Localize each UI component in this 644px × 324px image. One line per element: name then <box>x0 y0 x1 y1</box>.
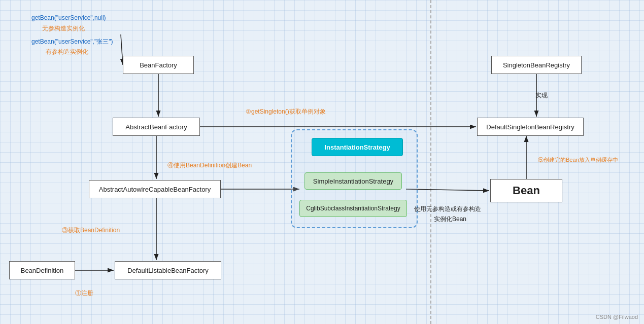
watermark: CSDN @Filwaod <box>596 314 638 320</box>
simple-instantiation-label: SimpleInstantiationStrategy <box>313 177 393 185</box>
bean-box: Bean <box>490 179 562 202</box>
step3-label: ③获取BeanDefinition <box>62 226 120 235</box>
step5-label: ⑤创建完的Bean放入单例缓存中 <box>538 156 618 164</box>
instantiation-strategy-label: InstantiationStrategy <box>324 143 390 151</box>
singleton-registry-label: SingletonBeanRegistry <box>503 61 570 69</box>
step2-label: ②getSingleton()获取单例对象 <box>246 107 326 116</box>
getbean2-line1: getBean("userService","张三") <box>31 38 113 46</box>
cglib-instantiation-box: CglibSubclassInstantiationStrategy <box>299 200 407 217</box>
svg-line-8 <box>406 189 489 191</box>
simple-instantiation-box: SimpleInstantiationStrategy <box>304 172 402 190</box>
cglib-instantiation-label: CglibSubclassInstantiationStrategy <box>306 205 400 212</box>
use-constructor-line1: 使用无参构造或有参构造 <box>414 205 481 213</box>
bean-definition-label: BeanDefinition <box>21 267 64 274</box>
abstract-bean-factory-box: AbstractBeanFactory <box>113 118 200 136</box>
bean-label: Bean <box>513 184 540 197</box>
step1-label: ①注册 <box>75 289 93 298</box>
getbean1-line2: 无参构造实例化 <box>42 24 85 33</box>
step4-label: ④使用BeanDefinition创建Bean <box>167 161 252 170</box>
getbean1-line1: getBean("userService",null) <box>31 14 106 21</box>
instantiation-strategy-box: InstantiationStrategy <box>312 138 403 156</box>
bean-factory-label: BeanFactory <box>140 61 177 69</box>
singleton-registry-box: SingletonBeanRegistry <box>491 56 582 74</box>
abstract-bean-factory-label: AbstractBeanFactory <box>125 123 187 131</box>
abstract-autowire-box: AbstractAutowireCapableBeanFactory <box>89 180 221 198</box>
getbean2-line2: 有参构造实例化 <box>46 48 88 56</box>
implement-label: 实现 <box>535 91 548 100</box>
default-singleton-box: DefaultSingletonBeanRegistry <box>477 118 584 136</box>
bean-factory-box: BeanFactory <box>123 56 194 74</box>
dashed-vertical-line <box>430 0 431 324</box>
abstract-autowire-label: AbstractAutowireCapableBeanFactory <box>99 186 211 193</box>
diagram-canvas: BeanFactory AbstractBeanFactory Abstract… <box>0 0 644 324</box>
default-listable-label: DefaultListableBeanFactory <box>127 267 209 274</box>
bean-definition-box: BeanDefinition <box>9 261 75 279</box>
use-constructor-line2: 实例化Bean <box>434 215 466 224</box>
default-singleton-label: DefaultSingletonBeanRegistry <box>486 123 574 131</box>
default-listable-box: DefaultListableBeanFactory <box>115 261 221 279</box>
